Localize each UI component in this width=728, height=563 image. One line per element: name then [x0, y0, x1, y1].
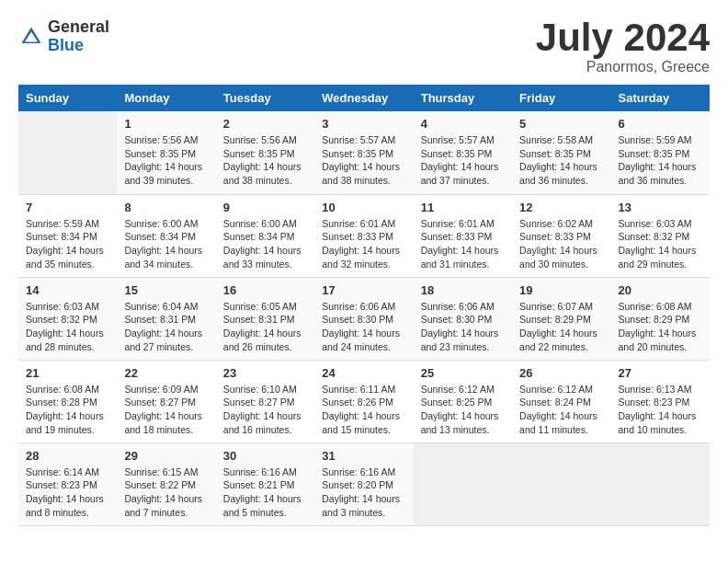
header-row: SundayMondayTuesdayWednesdayThursdayFrid…: [18, 85, 710, 111]
date-number: 28: [26, 449, 109, 463]
calendar-cell: 23Sunrise: 6:10 AMSunset: 8:27 PMDayligh…: [216, 360, 314, 442]
date-number: 9: [223, 201, 307, 214]
date-number: 12: [519, 201, 603, 214]
date-number: 18: [421, 283, 505, 297]
calendar-header: SundayMondayTuesdayWednesdayThursdayFrid…: [18, 85, 710, 111]
calendar-cell: 28Sunrise: 6:14 AMSunset: 8:23 PMDayligh…: [18, 442, 117, 525]
cell-info-text: Sunrise: 5:56 AMSunset: 8:35 PMDaylight:…: [223, 133, 307, 188]
calendar-cell: 22Sunrise: 6:09 AMSunset: 8:27 PMDayligh…: [117, 360, 215, 442]
week-row-1: 1Sunrise: 5:56 AMSunset: 8:35 PMDaylight…: [18, 111, 710, 194]
date-number: 10: [322, 201, 405, 214]
date-number: 5: [519, 117, 603, 131]
logo-general-text: General: [48, 18, 109, 37]
cell-info-text: Sunrise: 6:03 AMSunset: 8:32 PMDaylight:…: [26, 300, 109, 354]
calendar-cell: 16Sunrise: 6:05 AMSunset: 8:31 PMDayligh…: [216, 277, 314, 360]
calendar-cell: 24Sunrise: 6:11 AMSunset: 8:26 PMDayligh…: [314, 360, 413, 442]
cell-info-text: Sunrise: 6:00 AMSunset: 8:34 PMDaylight:…: [223, 217, 307, 271]
header-cell-thursday: Thursday: [414, 85, 512, 111]
calendar-cell: 3Sunrise: 5:57 AMSunset: 8:35 PMDaylight…: [314, 111, 413, 194]
calendar-cell: 4Sunrise: 5:57 AMSunset: 8:35 PMDaylight…: [414, 111, 512, 194]
cell-info-text: Sunrise: 6:04 AMSunset: 8:31 PMDaylight:…: [124, 300, 208, 354]
cell-info-text: Sunrise: 6:12 AMSunset: 8:24 PMDaylight:…: [519, 383, 603, 437]
calendar-cell: 15Sunrise: 6:04 AMSunset: 8:31 PMDayligh…: [117, 277, 215, 360]
cell-info-text: Sunrise: 5:59 AMSunset: 8:34 PMDaylight:…: [26, 217, 109, 271]
cell-info-text: Sunrise: 6:01 AMSunset: 8:33 PMDaylight:…: [421, 217, 505, 271]
cell-info-text: Sunrise: 6:02 AMSunset: 8:33 PMDaylight:…: [519, 217, 603, 271]
cell-info-text: Sunrise: 5:57 AMSunset: 8:35 PMDaylight:…: [421, 133, 505, 188]
cell-info-text: Sunrise: 5:58 AMSunset: 8:35 PMDaylight:…: [519, 133, 603, 188]
calendar-cell: 30Sunrise: 6:16 AMSunset: 8:21 PMDayligh…: [216, 442, 314, 525]
week-row-5: 28Sunrise: 6:14 AMSunset: 8:23 PMDayligh…: [18, 442, 710, 525]
calendar-cell: 27Sunrise: 6:13 AMSunset: 8:23 PMDayligh…: [611, 360, 710, 442]
calendar-cell: 12Sunrise: 6:02 AMSunset: 8:33 PMDayligh…: [512, 194, 610, 277]
title-area: July 2024 Panormos, Greece: [536, 18, 710, 75]
cell-info-text: Sunrise: 6:09 AMSunset: 8:27 PMDaylight:…: [124, 383, 208, 437]
cell-info-text: Sunrise: 6:14 AMSunset: 8:23 PMDaylight:…: [26, 465, 109, 520]
calendar-table: SundayMondayTuesdayWednesdayThursdayFrid…: [18, 85, 710, 526]
logo-blue-text: Blue: [48, 37, 109, 55]
cell-info-text: Sunrise: 6:16 AMSunset: 8:21 PMDaylight:…: [223, 465, 307, 520]
cell-info-text: Sunrise: 5:57 AMSunset: 8:35 PMDaylight:…: [322, 133, 405, 188]
calendar-cell: 25Sunrise: 6:12 AMSunset: 8:25 PMDayligh…: [414, 360, 512, 442]
date-number: 29: [124, 449, 208, 463]
calendar-cell: 13Sunrise: 6:03 AMSunset: 8:32 PMDayligh…: [611, 194, 710, 277]
cell-info-text: Sunrise: 6:06 AMSunset: 8:30 PMDaylight:…: [421, 300, 505, 354]
header-cell-wednesday: Wednesday: [314, 85, 413, 111]
cell-info-text: Sunrise: 6:11 AMSunset: 8:26 PMDaylight:…: [322, 383, 405, 437]
location-subtitle: Panormos, Greece: [536, 59, 710, 75]
calendar-cell: 11Sunrise: 6:01 AMSunset: 8:33 PMDayligh…: [414, 194, 512, 277]
cell-info-text: Sunrise: 6:15 AMSunset: 8:22 PMDaylight:…: [124, 465, 208, 520]
date-number: 16: [223, 283, 307, 297]
calendar-cell: 5Sunrise: 5:58 AMSunset: 8:35 PMDaylight…: [512, 111, 610, 194]
date-number: 8: [124, 201, 208, 214]
calendar-cell: 17Sunrise: 6:06 AMSunset: 8:30 PMDayligh…: [314, 277, 413, 360]
calendar-cell: 18Sunrise: 6:06 AMSunset: 8:30 PMDayligh…: [414, 277, 512, 360]
cell-info-text: Sunrise: 6:08 AMSunset: 8:28 PMDaylight:…: [26, 383, 109, 437]
calendar-cell: 31Sunrise: 6:16 AMSunset: 8:20 PMDayligh…: [314, 442, 413, 525]
date-number: 24: [322, 366, 405, 380]
calendar-cell: [512, 442, 610, 525]
calendar-cell: 2Sunrise: 5:56 AMSunset: 8:35 PMDaylight…: [216, 111, 314, 194]
calendar-cell: 29Sunrise: 6:15 AMSunset: 8:22 PMDayligh…: [117, 442, 215, 525]
calendar-cell: 19Sunrise: 6:07 AMSunset: 8:29 PMDayligh…: [512, 277, 610, 360]
date-number: 17: [322, 283, 405, 297]
header-cell-sunday: Sunday: [18, 85, 117, 111]
calendar-cell: [18, 111, 117, 194]
calendar-cell: 8Sunrise: 6:00 AMSunset: 8:34 PMDaylight…: [117, 194, 215, 277]
calendar-cell: 26Sunrise: 6:12 AMSunset: 8:24 PMDayligh…: [512, 360, 610, 442]
date-number: 13: [619, 201, 702, 214]
cell-info-text: Sunrise: 6:01 AMSunset: 8:33 PMDaylight:…: [322, 217, 405, 271]
date-number: 6: [619, 117, 702, 131]
logo-icon: [18, 24, 44, 50]
header-cell-friday: Friday: [512, 85, 610, 111]
date-number: 30: [223, 449, 307, 463]
cell-info-text: Sunrise: 6:10 AMSunset: 8:27 PMDaylight:…: [223, 383, 307, 437]
logo: General Blue: [18, 18, 109, 55]
date-number: 4: [421, 117, 505, 131]
cell-info-text: Sunrise: 6:00 AMSunset: 8:34 PMDaylight:…: [124, 217, 208, 271]
cell-info-text: Sunrise: 6:08 AMSunset: 8:29 PMDaylight:…: [619, 300, 702, 354]
date-number: 11: [421, 201, 505, 214]
date-number: 31: [322, 449, 405, 463]
cell-info-text: Sunrise: 6:05 AMSunset: 8:31 PMDaylight:…: [223, 300, 307, 354]
header-cell-saturday: Saturday: [611, 85, 710, 111]
date-number: 1: [124, 117, 208, 131]
week-row-2: 7Sunrise: 5:59 AMSunset: 8:34 PMDaylight…: [18, 194, 710, 277]
week-row-4: 21Sunrise: 6:08 AMSunset: 8:28 PMDayligh…: [18, 360, 710, 442]
cell-info-text: Sunrise: 5:59 AMSunset: 8:35 PMDaylight:…: [619, 133, 702, 188]
cell-info-text: Sunrise: 6:13 AMSunset: 8:23 PMDaylight:…: [619, 383, 702, 437]
date-number: 3: [322, 117, 405, 131]
week-row-3: 14Sunrise: 6:03 AMSunset: 8:32 PMDayligh…: [18, 277, 710, 360]
calendar-cell: 10Sunrise: 6:01 AMSunset: 8:33 PMDayligh…: [314, 194, 413, 277]
calendar-cell: 9Sunrise: 6:00 AMSunset: 8:34 PMDaylight…: [216, 194, 314, 277]
calendar-cell: 21Sunrise: 6:08 AMSunset: 8:28 PMDayligh…: [18, 360, 117, 442]
date-number: 23: [223, 366, 307, 380]
calendar-body: 1Sunrise: 5:56 AMSunset: 8:35 PMDaylight…: [18, 111, 710, 525]
cell-info-text: Sunrise: 6:03 AMSunset: 8:32 PMDaylight:…: [619, 217, 702, 271]
date-number: 19: [519, 283, 603, 297]
date-number: 25: [421, 366, 505, 380]
calendar-cell: 6Sunrise: 5:59 AMSunset: 8:35 PMDaylight…: [611, 111, 710, 194]
calendar-cell: 7Sunrise: 5:59 AMSunset: 8:34 PMDaylight…: [18, 194, 117, 277]
calendar-cell: 1Sunrise: 5:56 AMSunset: 8:35 PMDaylight…: [117, 111, 215, 194]
calendar-cell: 14Sunrise: 6:03 AMSunset: 8:32 PMDayligh…: [18, 277, 117, 360]
